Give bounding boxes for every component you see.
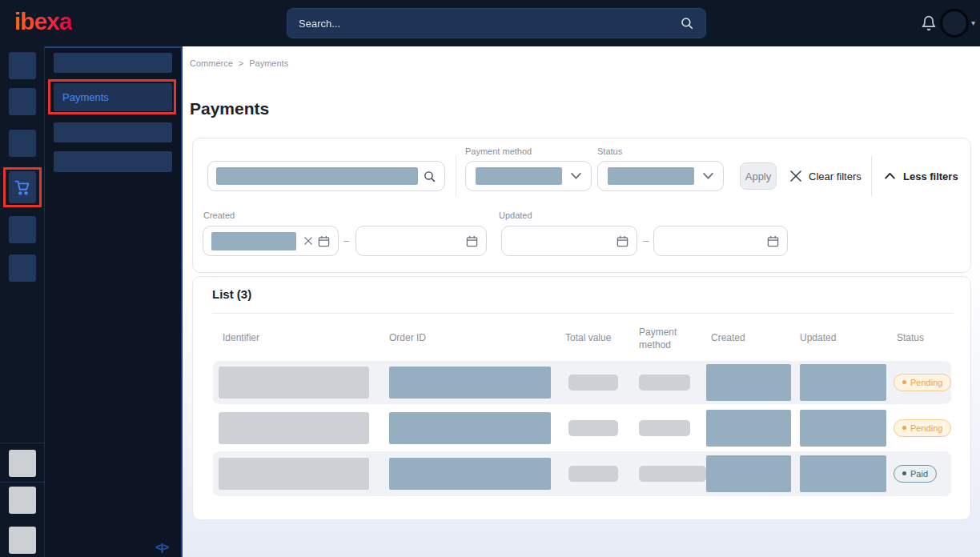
sidebar-item-3[interactable] [54,122,172,142]
rail-bottom-item-1[interactable] [9,450,36,477]
status-select[interactable] [597,161,724,191]
user-avatar[interactable] [940,9,969,38]
created-from-input[interactable] [203,226,339,256]
status-dot-icon [902,471,906,475]
table-row[interactable]: Paid [213,451,951,496]
payment-method-select[interactable] [465,161,592,191]
status-badge-label: Pending [910,423,942,433]
created-to-input[interactable] [355,226,487,256]
filter-search-input[interactable] [207,161,445,191]
redacted-status-value [608,167,694,185]
updated-from-input[interactable] [501,226,637,256]
rail-divider [0,482,45,483]
app-window: ibexa ▾ Pa [0,0,980,557]
created-label: Created [203,210,235,220]
payment-method-label: Payment method [465,146,532,156]
sidebar-item-4[interactable] [54,151,172,172]
breadcrumb-payments[interactable]: Payments [249,58,288,68]
rail-divider [0,443,45,443]
filter-divider [456,156,456,196]
rail-item-3[interactable] [9,130,36,157]
table-row[interactable]: Pending [213,361,951,404]
filters-panel: Payment method Status Apply Clear fil [192,138,971,273]
updated-label: Updated [499,210,532,220]
chevron-down-icon [703,173,713,179]
redacted-payment-method [639,375,690,391]
col-header-total-value: Total value [565,332,611,343]
rail-item-5[interactable] [9,216,36,243]
less-filters-button[interactable]: Less filters [885,162,958,190]
range-dash: – [343,234,349,246]
sidebar-item-1[interactable] [54,53,172,73]
col-header-updated: Updated [800,332,836,343]
annotation-box-payments [48,79,176,114]
rail-item-6[interactable] [9,254,36,282]
status-dot-icon [902,380,906,384]
redacted-total-value [568,466,618,482]
redacted-order-id [389,367,551,399]
list-title: List (3) [212,287,251,301]
status-badge-label: Pending [910,378,942,387]
calendar-icon[interactable] [466,235,478,247]
redacted-created [706,364,791,401]
redacted-identifier [219,458,369,490]
user-menu-caret-icon[interactable]: ▾ [971,18,975,27]
search-icon[interactable] [680,16,694,30]
redacted-payment-method [639,420,690,436]
clear-x-icon [790,170,801,182]
rail-bottom-item-2[interactable] [9,487,36,514]
annotation-box-cart [3,167,42,207]
calendar-icon[interactable] [617,235,629,247]
redacted-updated [800,364,886,401]
updated-to-input[interactable] [653,226,788,256]
icon-rail [0,46,45,557]
redacted-updated [800,455,886,492]
sidebar-collapse-icon[interactable]: <|> [155,541,168,553]
global-search[interactable] [287,8,706,38]
redacted-total-value [568,420,618,436]
top-bar: ibexa ▾ [0,0,980,46]
status-badge: Paid [894,464,937,483]
chevron-down-icon [571,173,581,179]
page-title: Payments [190,99,269,118]
redacted-payment-method [639,466,706,482]
redacted-created [706,455,791,492]
redacted-search-value [216,167,418,185]
redacted-created-from-value [211,232,296,250]
rail-item-1[interactable] [9,52,36,79]
apply-button[interactable]: Apply [740,162,777,190]
rail-bottom-item-3[interactable] [9,527,36,554]
calendar-icon[interactable] [318,235,330,247]
breadcrumb: Commerce > Payments [190,58,288,68]
global-search-input[interactable] [299,18,680,30]
notifications-bell-icon[interactable] [921,15,937,31]
filter-divider [871,156,872,196]
clear-filters-label: Clear filters [809,170,862,182]
status-dot-icon [902,426,906,430]
clear-date-x-icon[interactable] [304,237,312,245]
calendar-icon[interactable] [767,235,779,247]
rail-item-2[interactable] [9,88,36,115]
col-header-created: Created [711,332,745,343]
col-header-payment-method: Payment method [639,326,682,351]
chevron-up-icon [885,173,895,179]
col-header-identifier: Identifier [223,332,259,343]
search-icon[interactable] [423,170,436,183]
redacted-payment-method-value [476,167,562,185]
breadcrumb-commerce[interactable]: Commerce [190,58,233,68]
secondary-sidebar: Payments <|> [45,46,183,557]
status-badge-label: Paid [910,469,928,479]
range-dash: – [643,234,649,246]
ibexa-logo[interactable]: ibexa [14,8,72,35]
main-content: Commerce > Payments Payments Payment met… [183,46,980,557]
redacted-order-id [389,458,551,490]
col-header-status: Status [897,332,924,343]
status-badge: Pending [894,419,951,437]
less-filters-label: Less filters [903,170,958,182]
payments-list-panel: List (3) Identifier Order ID Total value… [192,276,971,520]
clear-filters-button[interactable]: Clear filters [790,162,862,190]
status-badge: Pending [894,373,951,391]
col-header-order-id: Order ID [389,332,426,343]
table-row[interactable]: Pending [213,407,951,450]
redacted-total-value [568,375,618,391]
